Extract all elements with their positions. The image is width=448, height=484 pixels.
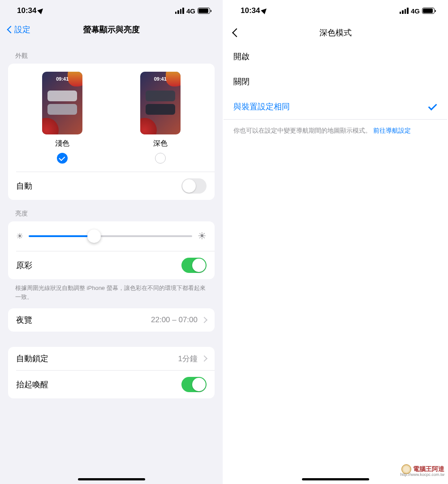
auto-lock-value: 1分鐘 bbox=[178, 354, 198, 364]
chevron-right-icon bbox=[201, 355, 207, 362]
status-bar: 10:34 4G bbox=[224, 0, 447, 19]
status-bar: 10:34 4G bbox=[0, 0, 223, 19]
light-radio-selected[interactable] bbox=[57, 153, 68, 164]
true-tone-label: 原彩 bbox=[16, 260, 32, 271]
network-label: 4G bbox=[411, 7, 420, 15]
brightness-section-label: 亮度 bbox=[0, 200, 223, 221]
back-button[interactable] bbox=[232, 28, 241, 37]
chevron-left-icon bbox=[7, 26, 15, 34]
battery-icon bbox=[198, 8, 210, 14]
location-icon bbox=[261, 7, 269, 14]
light-preview-thumb: 09:41 bbox=[42, 72, 82, 134]
sun-small-icon: ☀ bbox=[16, 231, 23, 241]
signal-icon bbox=[175, 8, 184, 14]
appearance-light-option[interactable]: 09:41 淺色 bbox=[42, 72, 82, 164]
dark-preview-thumb: 09:41 bbox=[140, 72, 181, 134]
page-title: 螢幕顯示與亮度 bbox=[83, 24, 140, 35]
battery-icon bbox=[422, 8, 435, 14]
true-tone-footer: 根據周圍光線狀況自動調整 iPhone 螢幕，讓色彩在不同的環境下都看起來一致。 bbox=[0, 279, 223, 304]
dark-radio[interactable] bbox=[155, 153, 166, 164]
watermark: 電腦王阿達 http://www.kocpc.com.tw bbox=[401, 464, 444, 474]
brightness-slider[interactable] bbox=[29, 235, 192, 237]
home-indicator[interactable] bbox=[78, 478, 145, 480]
option-device-label: 與裝置設定相同 bbox=[233, 101, 290, 112]
nav-settings-link[interactable]: 前往導航設定 bbox=[373, 127, 411, 134]
dark-mode-off-option[interactable]: 關閉 bbox=[224, 69, 447, 94]
dark-mode-device-option[interactable]: 與裝置設定相同 bbox=[224, 94, 447, 119]
chevron-right-icon bbox=[201, 317, 207, 323]
dark-mode-footer: 你也可以在設定中變更導航期間的地圖顯示模式。 前往導航設定 bbox=[224, 120, 447, 142]
auto-lock-row[interactable]: 自動鎖定 1分鐘 bbox=[8, 347, 215, 370]
location-icon bbox=[38, 7, 45, 14]
brightness-slider-row[interactable]: ☀ ☀ bbox=[8, 221, 215, 251]
network-label: 4G bbox=[186, 7, 195, 15]
status-time: 10:34 bbox=[241, 6, 260, 15]
raise-wake-label: 抬起喚醒 bbox=[16, 379, 48, 390]
night-shift-row[interactable]: 夜覽 22:00 – 07:00 bbox=[8, 308, 215, 332]
appearance-dark-option[interactable]: 09:41 深色 bbox=[140, 72, 181, 164]
dark-label: 深色 bbox=[153, 139, 168, 148]
true-tone-toggle[interactable] bbox=[181, 258, 207, 273]
auto-label: 自動 bbox=[16, 181, 32, 191]
page-title: 深色模式 bbox=[319, 27, 352, 38]
night-shift-value: 22:00 – 07:00 bbox=[151, 315, 198, 324]
raise-to-wake-row[interactable]: 抬起喚醒 bbox=[8, 371, 215, 398]
night-shift-label: 夜覽 bbox=[16, 315, 32, 325]
auto-appearance-row[interactable]: 自動 bbox=[8, 172, 215, 200]
option-on-label: 開啟 bbox=[233, 51, 250, 62]
raise-wake-toggle[interactable] bbox=[181, 377, 207, 392]
back-label: 設定 bbox=[14, 24, 30, 35]
slider-thumb[interactable] bbox=[87, 229, 101, 243]
true-tone-row[interactable]: 原彩 bbox=[8, 251, 215, 279]
dark-mode-on-option[interactable]: 開啟 bbox=[224, 44, 447, 69]
status-time: 10:34 bbox=[17, 6, 36, 15]
light-label: 淺色 bbox=[55, 139, 69, 148]
signal-icon bbox=[400, 8, 409, 14]
auto-toggle[interactable] bbox=[181, 178, 207, 194]
sun-large-icon: ☀ bbox=[198, 230, 207, 242]
appearance-section-label: 外觀 bbox=[0, 42, 223, 64]
auto-lock-label: 自動鎖定 bbox=[16, 353, 48, 364]
back-button[interactable]: 設定 bbox=[8, 24, 30, 35]
home-indicator[interactable] bbox=[302, 478, 369, 480]
option-off-label: 關閉 bbox=[233, 76, 250, 87]
checkmark-icon bbox=[428, 102, 437, 111]
